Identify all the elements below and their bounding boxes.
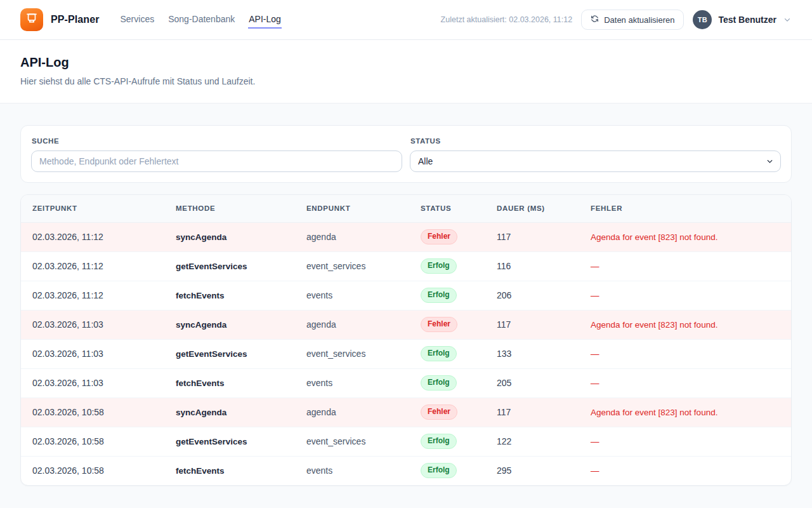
cell-dauer: 133 [485, 339, 579, 368]
page-title: API-Log [20, 55, 792, 70]
column-header: ZEITPUNKT [21, 195, 164, 222]
table-row: 02.03.2026, 11:03 getEventServices event… [21, 339, 791, 368]
table-row: 02.03.2026, 10:58 syncAgenda agenda Fehl… [21, 398, 791, 427]
table-row: 02.03.2026, 11:03 syncAgenda agenda Fehl… [21, 310, 791, 339]
cell-zeitpunkt: 02.03.2026, 11:03 [21, 339, 164, 368]
cell-status: Fehler [409, 398, 485, 427]
table-header-row: ZEITPUNKTMETHODEENDPUNKTSTATUSDAUER (MS)… [21, 195, 791, 222]
cell-methode: syncAgenda [164, 398, 295, 427]
column-header: METHODE [164, 195, 295, 222]
cell-endpunkt: agenda [295, 310, 409, 339]
status-badge: Erfolg [421, 288, 457, 303]
cell-zeitpunkt: 02.03.2026, 10:58 [21, 456, 164, 485]
cell-endpunkt: events [295, 281, 409, 310]
cell-methode: getEventServices [164, 251, 295, 281]
cell-dauer: 117 [485, 310, 579, 339]
status-select[interactable]: Alle [410, 150, 781, 172]
presentation-screen-icon [25, 12, 38, 27]
cell-methode: syncAgenda [164, 310, 295, 339]
cell-status: Erfolg [409, 251, 485, 281]
table-row: 02.03.2026, 10:58 fetchEvents events Erf… [21, 456, 791, 485]
cell-methode: fetchEvents [164, 456, 295, 485]
status-badge: Erfolg [421, 375, 457, 391]
user-name: Test Benutzer [718, 15, 776, 25]
nav-item-api-log[interactable]: API-Log [248, 11, 282, 29]
column-header: FEHLER [579, 195, 791, 222]
cell-status: Erfolg [409, 339, 485, 368]
brand: PP-Planer [20, 8, 100, 31]
table-row: 02.03.2026, 11:12 getEventServices event… [21, 251, 791, 281]
cell-endpunkt: agenda [295, 222, 409, 251]
cell-zeitpunkt: 02.03.2026, 11:12 [21, 281, 164, 310]
table-row: 02.03.2026, 11:12 syncAgenda agenda Fehl… [21, 222, 791, 251]
refresh-data-button[interactable]: Daten aktualisieren [581, 10, 684, 30]
cell-status: Erfolg [409, 456, 485, 485]
last-updated-text: Zuletzt aktualisiert: 02.03.2026, 11:12 [441, 15, 573, 24]
status-label: STATUS [410, 137, 781, 145]
cell-fehler: — [579, 427, 791, 456]
cell-fehler: — [579, 368, 791, 398]
user-menu[interactable]: TB Test Benutzer [693, 10, 792, 29]
cell-methode: getEventServices [164, 339, 295, 368]
status-field: STATUS Alle [410, 136, 781, 172]
page-subtitle: Hier siehst du alle CTS-API-Aufrufe mit … [20, 76, 792, 86]
cell-fehler: Agenda for event [823] not found. [579, 310, 791, 339]
cell-methode: syncAgenda [164, 222, 295, 251]
cell-zeitpunkt: 02.03.2026, 10:58 [21, 427, 164, 456]
app-logo [20, 8, 43, 31]
cell-methode: fetchEvents [164, 368, 295, 398]
topbar: PP-Planer ServicesSong-DatenbankAPI-Log … [0, 0, 812, 40]
status-badge: Erfolg [421, 346, 457, 361]
cell-fehler: — [579, 281, 791, 310]
refresh-button-label: Daten aktualisieren [604, 15, 674, 25]
cell-zeitpunkt: 02.03.2026, 11:03 [21, 310, 164, 339]
cell-fehler: — [579, 251, 791, 281]
cell-dauer: 117 [485, 398, 579, 427]
page-head: API-Log Hier siehst du alle CTS-API-Aufr… [0, 40, 812, 104]
brand-name: PP-Planer [51, 14, 100, 25]
table-body: 02.03.2026, 11:12 syncAgenda agenda Fehl… [21, 222, 791, 485]
chevron-down-icon [783, 15, 792, 24]
cell-dauer: 295 [485, 456, 579, 485]
cell-dauer: 122 [485, 427, 579, 456]
api-log-table: ZEITPUNKTMETHODEENDPUNKTSTATUSDAUER (MS)… [21, 195, 791, 485]
cell-status: Fehler [409, 310, 485, 339]
status-badge: Erfolg [421, 463, 457, 478]
cell-zeitpunkt: 02.03.2026, 11:12 [21, 222, 164, 251]
cell-status: Erfolg [409, 427, 485, 456]
cell-dauer: 206 [485, 281, 579, 310]
search-input[interactable] [31, 150, 402, 172]
cell-fehler: Agenda for event [823] not found. [579, 398, 791, 427]
cell-methode: getEventServices [164, 427, 295, 456]
search-label: SUCHE [32, 137, 402, 145]
cell-zeitpunkt: 02.03.2026, 10:58 [21, 398, 164, 427]
column-header: DAUER (MS) [485, 195, 579, 222]
status-badge: Erfolg [421, 434, 457, 449]
cell-fehler: — [579, 456, 791, 485]
column-header: STATUS [409, 195, 485, 222]
cell-status: Fehler [409, 222, 485, 251]
cell-fehler: Agenda for event [823] not found. [579, 222, 791, 251]
cell-endpunkt: events [295, 368, 409, 398]
cell-status: Erfolg [409, 281, 485, 310]
cell-status: Erfolg [409, 368, 485, 398]
nav-item-song-datenbank[interactable]: Song-Datenbank [167, 11, 235, 29]
avatar: TB [693, 10, 712, 29]
filter-card: SUCHE STATUS Alle [20, 125, 792, 183]
cell-zeitpunkt: 02.03.2026, 11:03 [21, 368, 164, 398]
status-badge: Fehler [421, 404, 457, 420]
column-header: ENDPUNKT [295, 195, 409, 222]
refresh-icon [591, 15, 599, 25]
topbar-right: Zuletzt aktualisiert: 02.03.2026, 11:12 … [441, 10, 792, 30]
nav-item-services[interactable]: Services [120, 11, 155, 29]
cell-zeitpunkt: 02.03.2026, 11:12 [21, 251, 164, 281]
cell-endpunkt: event_services [295, 427, 409, 456]
status-badge: Fehler [421, 229, 457, 244]
cell-fehler: — [579, 339, 791, 368]
main-nav: ServicesSong-DatenbankAPI-Log [120, 0, 282, 39]
table-row: 02.03.2026, 10:58 getEventServices event… [21, 427, 791, 456]
cell-endpunkt: event_services [295, 339, 409, 368]
cell-dauer: 116 [485, 251, 579, 281]
cell-endpunkt: events [295, 456, 409, 485]
table-row: 02.03.2026, 11:03 fetchEvents events Erf… [21, 368, 791, 398]
